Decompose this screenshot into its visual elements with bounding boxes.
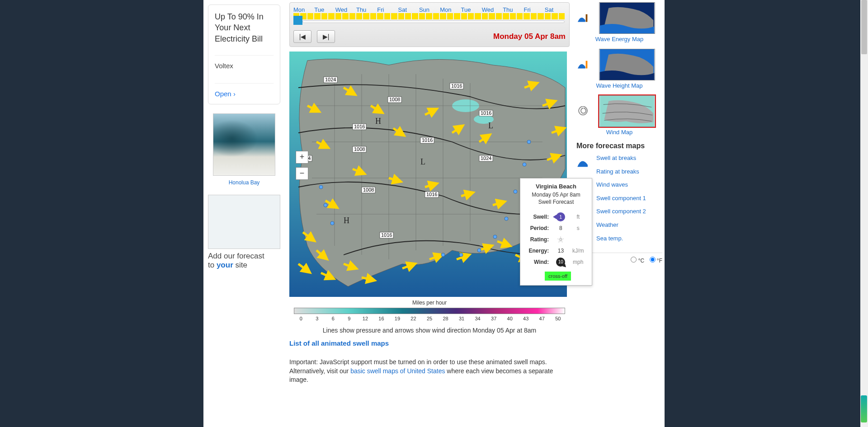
more-link[interactable]: Wind waves [596,181,646,188]
gallery-card[interactable]: Honolua Bay [208,113,280,186]
widget-line2-pre: to [208,261,217,269]
timeline-ticks[interactable] [293,13,566,23]
day-label[interactable]: Sun [419,6,440,13]
ad-brand: Voltex [215,55,274,70]
skip-back-button[interactable]: |◀ [293,30,311,43]
more-maps-title: More forecast maps [576,142,662,150]
day-labels: Mon Tue Wed Thu Fri Sat Sun Mon Tue Wed … [293,6,566,13]
day-label[interactable]: Mon [440,6,461,13]
isobar-label: 1008 [388,97,401,103]
day-label[interactable]: Wed [482,6,503,13]
more-link[interactable]: Rating at breaks [596,168,646,175]
unit-c[interactable]: °C [631,258,644,264]
ad-title: Up To 90% In Your Next Electricity Bill [215,11,274,44]
slider-handle[interactable] [293,16,302,25]
svg-text:H: H [344,216,349,225]
skip-forward-button[interactable]: ▶| [317,30,335,43]
value: 13 [552,246,569,255]
day-label[interactable]: Mon [293,6,314,13]
zoom-out-button[interactable]: − [296,167,308,180]
map-container: 1024 1016 1008 1016 1008 1024 1016 1008 … [289,52,567,297]
svg-text:1016: 1016 [381,232,392,238]
row-swell: Swell: 1 ft [526,211,586,223]
scale-tick: 0 [293,316,309,321]
more-link[interactable]: Swell at breaks [596,155,646,162]
unit-c-radio[interactable] [631,257,637,263]
scale-tick: 12 [357,316,373,321]
label: Swell: [526,211,552,223]
ad-card[interactable]: Up To 90% In Your Next Electricity Bill … [208,5,280,104]
unit-f-radio[interactable] [650,257,656,263]
more-link[interactable]: Swell component 1 [596,195,646,202]
svg-point-59 [319,185,323,189]
thumb-label[interactable]: Wave Energy Map [576,36,662,42]
swell-arrow-icon: 1 [556,212,565,221]
isobar-label: 1016 [425,192,439,197]
color-scale-bar [294,308,565,314]
scrollbar-thumb[interactable] [861,0,867,54]
scale-tick: 6 [325,316,341,321]
svg-point-60 [324,203,327,207]
ad-cta-label: Open [215,90,231,98]
more-link[interactable]: Swell component 2 [596,208,646,215]
label: Wind: [526,256,552,268]
wave-icon [576,12,590,24]
unit-f[interactable]: °F [650,258,662,264]
chevron-right-icon: › [233,90,236,98]
thumb-image[interactable] [599,95,655,127]
svg-point-64 [477,249,481,252]
current-datetime: Monday 05 Apr 8am [493,32,566,41]
day-label[interactable]: Sat [398,6,419,13]
scale-tick: 37 [486,316,502,321]
ad-open-link[interactable]: Open › [215,83,274,98]
scale-tick: 47 [534,316,550,321]
day-label[interactable]: Tue [461,6,482,13]
thumb-label[interactable]: Wave Height Map [576,82,662,89]
isobar-label: 1016 [479,110,493,116]
scale-tick: 19 [389,316,406,321]
vertical-scrollbar[interactable] [860,0,868,427]
svg-rect-74 [586,14,588,22]
slider-track[interactable] [302,20,565,23]
thumb-image[interactable] [599,2,655,34]
day-label[interactable]: Wed [335,6,356,13]
scale-numbers: 0 3 6 9 12 16 19 22 25 28 31 34 37 40 43… [293,316,566,321]
day-label[interactable]: Tue [314,6,335,13]
thumb-image[interactable] [599,49,655,80]
popup-subtitle: Monday 05 Apr 8am Swell Forecast [525,192,587,206]
unit: mph [570,256,586,268]
scale-tick: 50 [550,316,566,321]
svg-text:1024: 1024 [325,77,336,82]
isobar-label: 1008 [362,187,375,193]
skip-back-icon: |◀ [299,33,306,40]
svg-text:1008: 1008 [363,187,374,192]
svg-point-68 [523,163,526,166]
svg-point-67 [514,190,517,193]
more-link[interactable]: Sea temp. [596,235,646,242]
zoom-in-button[interactable]: + [296,151,308,164]
feedback-tab[interactable] [861,395,867,422]
gallery-caption[interactable]: Honolua Bay [208,179,280,186]
svg-point-62 [441,253,445,257]
more-link[interactable]: Weather [596,221,646,229]
day-label[interactable]: Sat [545,6,566,13]
wave-icon [576,155,592,170]
svg-text:1016: 1016 [354,124,365,129]
day-label[interactable]: Thu [503,6,524,13]
thumb-label[interactable]: Wind Map [576,129,662,136]
day-label[interactable]: Fri [377,6,398,13]
basic-swell-maps-link[interactable]: basic swell maps of United States [350,367,445,375]
scale-tick: 25 [421,316,438,321]
value: 8 [552,224,569,233]
scale-tick: 9 [341,316,358,321]
unit-c-label: °C [638,258,644,264]
widget-line1: Add our forecast [208,252,264,260]
animated-maps-link[interactable]: List of all animated swell maps [289,339,389,347]
scale-tick: 34 [470,316,486,321]
day-label[interactable]: Fri [524,6,544,13]
popup-line2: Swell Forecast [538,199,574,205]
widget-promo[interactable]: Add our forecast to your site [208,195,280,270]
popup-table: Swell: 1 ft Period: 8 s Rating: ☆0 [525,210,587,269]
day-label[interactable]: Thu [356,6,377,13]
more-links-list: Swell at breaks Rating at breaks Wind wa… [596,155,646,248]
